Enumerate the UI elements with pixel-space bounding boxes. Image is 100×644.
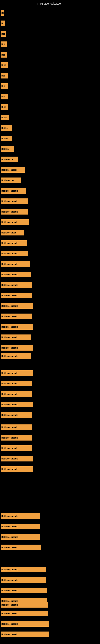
bar: Bottleneck result [1,621,49,627]
bar-row: Bottleneck result [0,391,100,397]
bar-row: Bottl [0,104,100,110]
bar-label: Bottleneck result [1,426,18,428]
bar-row: Bottleneck result [0,303,100,309]
bar-row: Bott [0,31,100,37]
bar-row: Bottleneck result [0,282,100,288]
bar-row: Bottleneck result [0,588,100,593]
bar: Bottleneck result [1,632,49,637]
bar: Bott [1,83,8,89]
bar-row: Bottleneck result [0,610,100,616]
bar-row: Bottl [0,62,100,68]
bar-row: Bottleneck resul [0,167,100,173]
bar: Bottleneck re [1,178,21,183]
bar-row: Bottleneck re [0,178,100,183]
bar-label: Bottleneck result [1,536,18,538]
bar-label: Bottleneck result [1,252,18,255]
bar-row: Bottleneck result [0,272,100,277]
bar-label: Bottleneck result [1,211,18,213]
bar-label: Bott [1,43,5,46]
bar-label: Bottleneck result [1,546,18,548]
bar: Bottleneck result [1,412,32,418]
bar: Bottleneck result [1,209,28,214]
bar-row: Bottleneck result [0,534,100,540]
bar-label: Bottleneck result [1,526,18,528]
bar-row: Bott [0,94,100,100]
bar-row: Bottlen [0,136,100,141]
bar: Bottl [1,62,8,68]
bar-row: Bottleneck result [0,219,100,225]
bar-label: Bottleneck result [1,347,18,349]
bar-label: Bottleneck result [1,568,18,571]
bar: Bottleneck result [1,544,41,550]
bar-row: Bottleneck result [0,632,100,637]
bar-row: Bottleneck result [0,544,100,550]
bar-label: Bott [1,75,5,77]
bar: Bott [1,73,8,78]
bar: Bottleneck result [1,534,40,540]
bar-row: Bottleneck result [0,292,100,298]
bar-row: Bottleneck result [0,240,100,246]
bar-label: Bottleneck re [1,179,14,182]
bar: Bottleneck result [1,445,32,451]
bar: Bottleneck result [1,188,26,194]
bar-label: Bottleneck result [1,404,18,406]
bar-label: Bottleneck result [1,623,18,625]
bar: Bottleneck result [1,324,33,330]
bar-label: Bottlene [1,148,9,150]
bar: Bottleneck result [1,261,30,267]
bar-row: Bott [0,52,100,58]
bar-label: Bott [1,54,5,56]
bar-label: Bott [1,96,5,98]
bar: Bottleneck result [1,314,32,319]
bar: Bottlen [1,125,12,131]
bar: Bottleneck result [1,402,33,407]
bar-label: Bottleneck result [1,382,18,385]
bar-label: Bottl [1,64,6,66]
bar: Bottleneck result [1,292,32,298]
bar-label: Bottleneck result [1,604,18,606]
bar-row: Bottleneck result [0,602,100,608]
bar-label: Bottl [1,106,6,108]
bar-label: Bottleneck result [1,372,18,374]
bar-label: Bott [1,33,5,35]
bar-row: Bottle [0,115,100,120]
bar: Bott [1,31,6,37]
bar-row: Bottleneck result [0,524,100,529]
bar-label: Bottleneck result [1,633,18,636]
bar-row: Bott [0,83,100,89]
bar-label: Bottleneck result [1,190,18,192]
bar-row: Bott [0,73,100,78]
site-title: TheBottlenecker.com [0,0,100,6]
bar-row: Bottleneck result [0,435,100,440]
bar-row: Bottleneck resu [0,230,100,236]
bar: Bottleneck result [1,370,33,376]
bar: Bottleneck result [1,610,49,616]
bar-label: Bottleneck result [1,326,18,328]
bar-row: Bottleneck result [0,577,100,583]
bar-label: Bottleneck result [1,221,18,224]
bar-row: Bottleneck result [0,424,100,430]
bar: Bottleneck result [1,456,33,462]
bar-label: Bottleneck result [1,393,18,395]
bar: Bottleneck result [1,391,32,397]
bar-row: Bottleneck r [0,156,100,162]
bar: Bottleneck result [1,577,47,583]
bar-row: Bottleneck result [0,188,100,194]
bar-row: Bott [0,42,100,47]
bar-row: Bottleneck result [0,381,100,386]
bar-row: Bottleneck result [0,402,100,407]
bar-label: Bottleneck result [1,458,18,460]
bar: Bottleneck result [1,345,33,350]
bar-label: Bottleneck result [1,355,18,357]
bar-label: Bottleneck result [1,579,18,581]
bar-row: Bottleneck result [0,456,100,462]
bar: Bo [1,20,5,26]
bar: Bott [1,94,8,100]
bar-label: Bottleneck result [1,305,18,307]
bar: Bottleneck result [1,272,31,277]
bar-row: Bottlen [0,125,100,131]
bar: Bottleneck result [1,513,40,519]
bar-row: Bottleneck result [0,567,100,572]
bar-row: Bottleneck result [0,370,100,376]
bar-row: Bottleneck result [0,251,100,256]
